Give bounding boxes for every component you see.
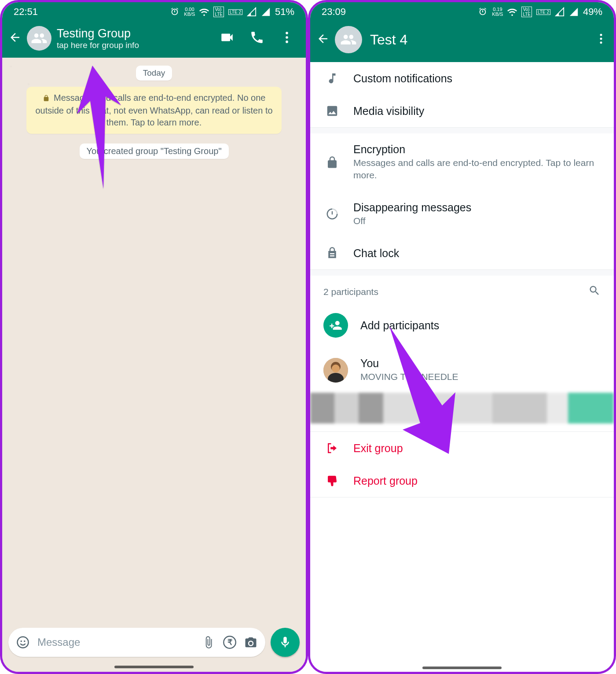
chat-body[interactable]: Today Messages and calls are end-to-end …: [2, 58, 306, 672]
battery-text: 51%: [275, 6, 294, 18]
row-chat-lock[interactable]: Chat lock: [310, 237, 614, 269]
attach-icon[interactable]: [202, 636, 215, 649]
message-input[interactable]: Message ₹: [8, 628, 265, 657]
wifi-icon: [199, 7, 209, 17]
participants-header: 2 participants: [310, 276, 614, 303]
svg-point-1: [286, 36, 288, 39]
phone-right: 23:09 0.19KB/S Vo)LTE LTE 2 49% Test 4 C…: [308, 0, 616, 674]
image-icon: [323, 104, 341, 118]
group-avatar[interactable]: [27, 26, 51, 51]
row-exit-group[interactable]: Exit group: [310, 432, 614, 464]
signal-1-icon: [247, 7, 257, 17]
row-custom-notifications[interactable]: Custom notifications: [310, 62, 614, 95]
battery-text: 49%: [583, 6, 602, 18]
lte-badge-1: Vo)LTE: [213, 7, 224, 17]
svg-point-2: [286, 41, 288, 43]
lock-icon: [43, 93, 50, 105]
chatlock-icon: [323, 247, 341, 260]
group-avatar[interactable]: [335, 26, 362, 53]
group-name: Testing Group: [57, 27, 214, 41]
system-message: You created group "Testing Group": [80, 144, 229, 159]
status-bar: 23:09 0.19KB/S Vo)LTE LTE 2 49%: [310, 2, 614, 22]
voice-call-button[interactable]: [249, 30, 264, 47]
participant-redacted[interactable]: [310, 393, 614, 424]
status-bar: 22:51 0.00KB/S Vo)LTE LTE 2 51%: [2, 2, 306, 22]
alarm-icon: [170, 7, 180, 17]
rupee-icon[interactable]: ₹: [223, 636, 236, 649]
svg-point-9: [600, 38, 602, 40]
group-subtitle: tap here for group info: [57, 41, 214, 50]
add-person-icon: [323, 313, 348, 338]
participant-you[interactable]: You MOVING THE NEEDLE: [310, 347, 614, 393]
signal-2-icon: [569, 7, 579, 17]
lock-icon: [323, 156, 341, 169]
mic-button[interactable]: [271, 628, 300, 657]
svg-point-4: [21, 641, 22, 642]
info-header: Test 4: [310, 22, 614, 62]
camera-icon[interactable]: [244, 636, 257, 649]
date-pill: Today: [136, 66, 172, 81]
signal-1-icon: [555, 7, 565, 17]
row-media-visibility[interactable]: Media visibility: [310, 95, 614, 127]
svg-point-0: [286, 32, 288, 34]
svg-point-5: [24, 641, 26, 642]
nav-handle[interactable]: [422, 667, 502, 669]
emoji-icon[interactable]: [16, 636, 29, 649]
more-menu-button[interactable]: [594, 32, 608, 47]
status-time: 22:51: [14, 6, 38, 18]
status-time: 23:09: [322, 6, 346, 18]
group-name: Test 4: [370, 32, 407, 48]
lte-badge-2: LTE 2: [228, 9, 242, 15]
more-menu-button[interactable]: [279, 30, 294, 47]
encryption-notice[interactable]: Messages and calls are end-to-end encryp…: [26, 87, 282, 134]
svg-point-3: [18, 637, 29, 648]
phone-left: 22:51 0.00KB/S Vo)LTE LTE 2 51% Testing …: [0, 0, 308, 674]
avatar: [323, 358, 348, 383]
section-divider: [310, 269, 614, 276]
thumbs-down-icon: [323, 474, 341, 487]
status-right: 0.19KB/S Vo)LTE LTE 2 49%: [478, 6, 602, 18]
svg-point-14: [332, 365, 340, 372]
timer-icon: [323, 207, 341, 221]
nav-handle[interactable]: [114, 666, 194, 668]
group-info-body[interactable]: Custom notifications Media visibility En…: [310, 62, 614, 672]
svg-point-8: [600, 34, 602, 36]
message-placeholder: Message: [37, 636, 194, 648]
row-encryption[interactable]: Encryption Messages and calls are end-to…: [310, 133, 614, 192]
lte-badge-2: LTE 2: [536, 9, 550, 15]
divider: [310, 497, 614, 497]
row-add-participants[interactable]: Add participants: [310, 303, 614, 347]
lte-badge-1: Vo)LTE: [521, 7, 532, 17]
exit-icon: [323, 442, 341, 455]
alarm-icon: [478, 7, 488, 17]
header-title-block[interactable]: Testing Group tap here for group info: [57, 27, 214, 50]
status-right: 0.00KB/S Vo)LTE LTE 2 51%: [170, 6, 294, 18]
row-disappearing[interactable]: Disappearing messages Off: [310, 192, 614, 237]
back-button[interactable]: [316, 32, 330, 47]
wifi-icon: [507, 7, 517, 17]
participants-count: 2 participants: [323, 287, 378, 297]
data-speed: 0.19KB/S: [492, 7, 503, 17]
signal-2-icon: [261, 7, 271, 17]
svg-point-10: [600, 41, 602, 44]
data-speed: 0.00KB/S: [184, 7, 195, 17]
row-report-group[interactable]: Report group: [310, 464, 614, 497]
svg-text:₹: ₹: [227, 638, 233, 647]
section-divider: [310, 127, 614, 133]
chat-header[interactable]: Testing Group tap here for group info: [2, 22, 306, 58]
video-call-button[interactable]: [220, 30, 235, 47]
back-button[interactable]: [8, 31, 22, 46]
search-participants-button[interactable]: [588, 284, 601, 299]
note-icon: [323, 72, 341, 85]
message-input-bar: Message ₹: [8, 628, 300, 657]
